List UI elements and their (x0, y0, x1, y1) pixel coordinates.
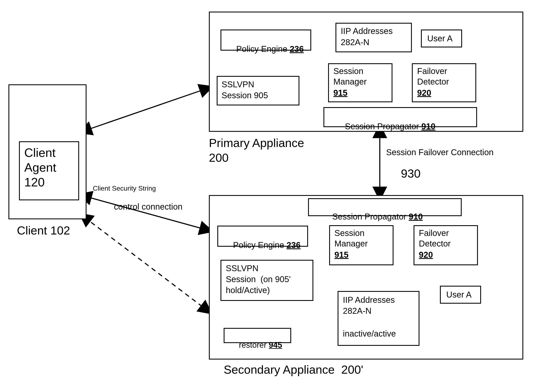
secondary-fdet-l2: Detector (419, 239, 451, 248)
secondary-iip-l3: inactive/active (343, 329, 396, 338)
primary-sslvpn-l2: Session 905 (222, 91, 268, 100)
primary-sslvpn-l1: SSLVPN (222, 80, 254, 89)
diagram-stage: Client Agent 120 Client 102 Client Secur… (0, 0, 545, 392)
secondary-smgr-l2: Manager (334, 239, 368, 248)
secondary-label: Secondary Appliance 200' (224, 363, 363, 376)
client-agent-l3: 120 (24, 175, 45, 189)
secondary-sslvpn-l2: Session (on 905' (226, 275, 291, 284)
secondary-fdet-ref: 920 (419, 250, 433, 260)
primary-smgr-l1: Session (333, 67, 363, 76)
primary-smgr-l2: Manager (333, 77, 367, 86)
conn-client-secondary-control (84, 196, 207, 230)
failover-label: Session Failover Connection (386, 148, 494, 157)
secondary-sslvpn-l3: hold/Active) (226, 286, 270, 295)
primary-sprop-text: Session Propagator 910 (335, 112, 435, 141)
client-security-label: Client Security String (93, 184, 156, 192)
primary-policy-engine-text: Policy Engine 236 (227, 35, 304, 63)
client-label: Client 102 (17, 224, 70, 237)
client-agent-l2: Agent (24, 160, 56, 174)
primary-fdet-l2: Detector (417, 77, 449, 86)
secondary-sslvpn-l1: SSLVPN (226, 263, 259, 273)
primary-usera-text: User A (427, 34, 452, 43)
primary-iip-l1: IIP Addresses (341, 26, 393, 36)
control-connection-label: control connection (114, 202, 183, 212)
secondary-smgr-l1: Session (334, 228, 364, 238)
secondary-usera-text: User A (446, 290, 471, 300)
secondary-smgr-ref: 915 (334, 250, 349, 260)
failover-num: 930 (401, 167, 421, 180)
secondary-iip-l2: 282A-N (343, 306, 372, 316)
primary-fdet-ref: 920 (417, 88, 431, 98)
secondary-iip-l1: IIP Addresses (343, 295, 395, 305)
secondary-restorer-text: restorer 945 (230, 331, 282, 359)
primary-label-l2: 200 (209, 151, 229, 165)
primary-label-l1: Primary Appliance (209, 136, 304, 150)
primary-smgr-ref: 915 (333, 88, 347, 98)
conn-client-primary (84, 89, 207, 131)
primary-fdet-l1: Failover (417, 67, 447, 76)
secondary-fdet-l1: Failover (419, 228, 449, 238)
primary-iip-l2: 282A-N (341, 37, 369, 47)
secondary-policy-engine-text: Policy Engine 236 (224, 231, 301, 259)
client-agent-l1: Client (24, 146, 56, 160)
conn-client-secondary-dashed (84, 217, 207, 310)
